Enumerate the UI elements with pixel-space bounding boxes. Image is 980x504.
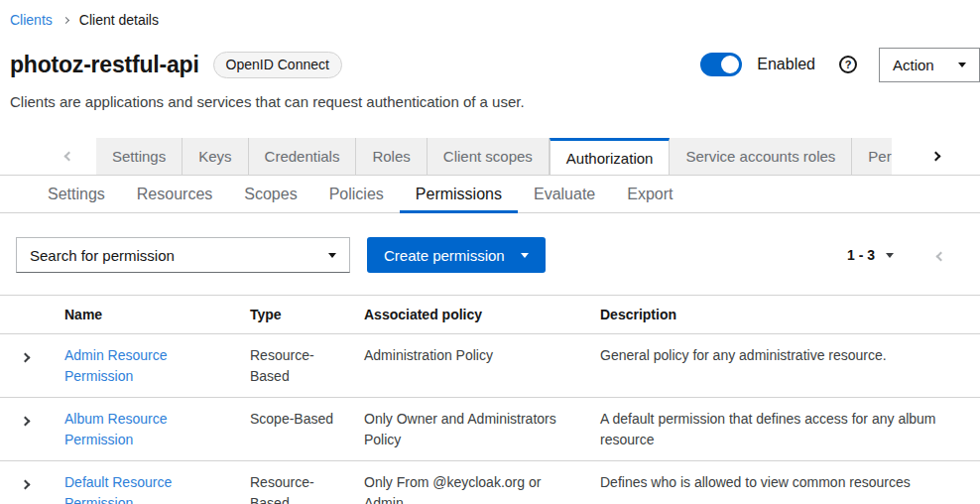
enabled-toggle[interactable] xyxy=(700,53,742,76)
pagination-range: 1 - 3 xyxy=(847,247,875,263)
tabs-scroll-left-button[interactable] xyxy=(0,138,96,175)
search-permission-dropdown[interactable]: Search for permission xyxy=(16,237,350,273)
row-expand-button[interactable] xyxy=(22,349,29,364)
permission-name-link[interactable]: Admin Resource Permission xyxy=(64,347,168,384)
help-icon[interactable]: ? xyxy=(839,56,857,73)
permission-name-link[interactable]: Default Resource Permission xyxy=(64,474,172,504)
permission-description: General policy for any administrative re… xyxy=(600,334,980,376)
tab-permissions[interactable]: Permissions xyxy=(852,138,892,175)
chevron-right-icon xyxy=(21,353,31,363)
subtab-evaluate[interactable]: Evaluate xyxy=(518,176,611,212)
column-header-description: Description xyxy=(600,305,980,325)
client-tabs: Settings Keys Credentials Roles Client s… xyxy=(0,138,980,176)
breadcrumb-current: Client details xyxy=(79,12,159,28)
tab-service-accounts-roles[interactable]: Service accounts roles xyxy=(670,138,852,175)
tab-authorization[interactable]: Authorization xyxy=(550,138,671,175)
associated-policy: Only Owner and Administrators Policy xyxy=(364,398,600,460)
row-expand-button[interactable] xyxy=(22,413,29,428)
subtab-permissions[interactable]: Permissions xyxy=(400,176,518,212)
associated-policy: Administration Policy xyxy=(364,334,600,376)
row-expand-button[interactable] xyxy=(22,476,29,491)
chevron-left-icon xyxy=(64,152,74,162)
tabs-scroll-right-button[interactable] xyxy=(892,138,980,175)
tab-keys[interactable]: Keys xyxy=(183,138,248,175)
pagination-options-caret[interactable] xyxy=(886,253,894,258)
create-permission-label: Create permission xyxy=(384,247,505,264)
caret-down-icon xyxy=(521,253,529,258)
column-header-type: Type xyxy=(250,305,364,325)
permission-type: Resource-Based xyxy=(250,461,364,504)
column-header-name: Name xyxy=(64,305,250,325)
breadcrumb: Clients Client details xyxy=(0,0,980,28)
action-dropdown[interactable]: Action xyxy=(879,48,980,82)
enabled-label: Enabled xyxy=(757,56,815,73)
permission-type: Scope-Based xyxy=(250,398,364,440)
subtab-settings[interactable]: Settings xyxy=(32,176,121,212)
client-description: Clients are applications and services th… xyxy=(10,93,980,110)
subtab-export[interactable]: Export xyxy=(611,176,688,212)
tab-roles[interactable]: Roles xyxy=(356,138,427,175)
permission-name-link[interactable]: Album Resource Permission xyxy=(64,411,168,447)
action-dropdown-label: Action xyxy=(893,57,934,73)
client-header: photoz-restful-api OpenID Connect Enable… xyxy=(0,47,980,110)
tab-client-scopes[interactable]: Client scopes xyxy=(428,138,550,175)
caret-down-icon xyxy=(958,63,966,67)
chevron-right-icon xyxy=(931,152,941,162)
table-header-row: Name Type Associated policy Description xyxy=(0,296,980,334)
page-title: photoz-restful-api xyxy=(10,52,199,78)
permission-type: Resource-Based xyxy=(250,334,364,397)
permission-description: Defines who is allowed to view common re… xyxy=(600,461,980,503)
breadcrumb-separator-icon xyxy=(62,17,69,24)
associated-policy: Only From @keycloak.org or Admin xyxy=(364,461,600,504)
caret-down-icon xyxy=(328,253,336,258)
breadcrumb-clients-link[interactable]: Clients xyxy=(10,12,53,28)
pagination-prev-button[interactable] xyxy=(937,246,944,264)
subtab-scopes[interactable]: Scopes xyxy=(228,176,312,212)
pagination: 1 - 3 xyxy=(847,246,964,264)
subtab-resources[interactable]: Resources xyxy=(121,176,228,212)
chevron-right-icon xyxy=(21,417,31,427)
tab-credentials[interactable]: Credentials xyxy=(249,138,357,175)
chevron-left-icon xyxy=(936,252,946,262)
search-permission-label: Search for permission xyxy=(30,247,175,264)
table-row: Album Resource Permission Scope-Based On… xyxy=(0,398,980,461)
permission-description: A default permission that defines access… xyxy=(600,398,980,460)
column-header-associated-policy: Associated policy xyxy=(364,305,600,325)
table-row: Default Resource Permission Resource-Bas… xyxy=(0,461,980,504)
toggle-knob xyxy=(721,56,739,73)
subtab-policies[interactable]: Policies xyxy=(313,176,400,212)
chevron-right-icon xyxy=(21,480,31,490)
authorization-subtabs: Settings Resources Scopes Policies Permi… xyxy=(0,176,980,213)
create-permission-button[interactable]: Create permission xyxy=(367,237,546,273)
tabs-strip: Settings Keys Credentials Roles Client s… xyxy=(96,138,892,175)
permissions-toolbar: Search for permission Create permission … xyxy=(16,237,964,273)
permissions-table: Name Type Associated policy Description … xyxy=(0,295,980,504)
protocol-badge: OpenID Connect xyxy=(213,52,342,78)
table-row: Admin Resource Permission Resource-Based… xyxy=(0,334,980,398)
tab-settings[interactable]: Settings xyxy=(96,138,183,175)
